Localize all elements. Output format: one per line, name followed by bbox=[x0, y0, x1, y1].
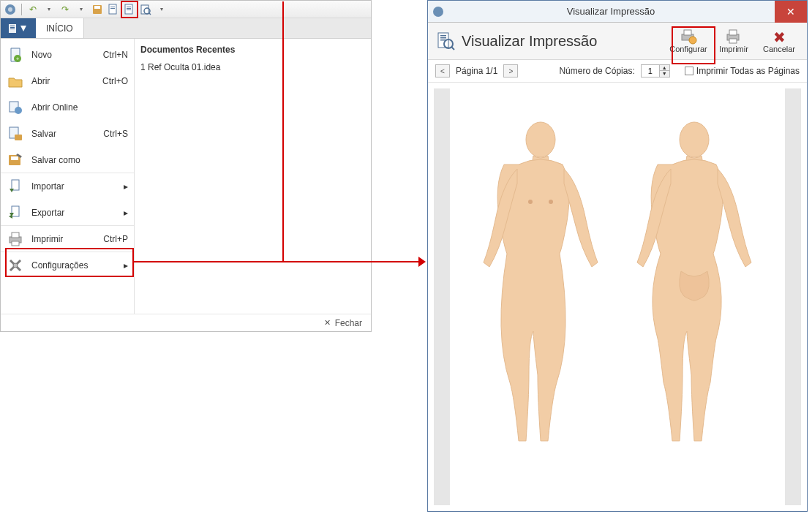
dialog-actions: Configurar Imprimir ✖ Cancelar bbox=[668, 27, 800, 55]
settings-icon bbox=[7, 257, 24, 273]
svg-point-47 bbox=[528, 200, 533, 204]
svg-point-1 bbox=[8, 7, 12, 12]
dialog-titlebar: Visualizar Impressão ✕ bbox=[428, 1, 807, 23]
menu-label: Salvar bbox=[31, 129, 56, 139]
undo-icon[interactable]: ↶ bbox=[26, 3, 40, 16]
open-online-icon bbox=[7, 99, 24, 116]
dialog-close-button[interactable]: ✕ bbox=[775, 1, 807, 23]
svg-rect-16 bbox=[10, 27, 15, 28]
menu-label: Salvar como bbox=[31, 155, 80, 165]
dialog-app-icon bbox=[432, 6, 447, 18]
body-back-figure bbox=[628, 118, 760, 461]
menu-abrir[interactable]: Abrir Ctrl+O bbox=[1, 68, 134, 94]
annotation-line bbox=[282, 1, 284, 262]
svg-rect-10 bbox=[127, 10, 131, 10]
print-all-pages-checkbox[interactable]: Imprimir Todas as Páginas bbox=[685, 66, 800, 76]
menu-label: Configurações bbox=[31, 260, 88, 271]
save-icon bbox=[7, 126, 24, 142]
spinner-up[interactable]: ▲ bbox=[659, 65, 669, 71]
action-label: Cancelar bbox=[763, 45, 795, 53]
submenu-arrow-icon: ▸ bbox=[124, 208, 128, 218]
redo-icon[interactable]: ↷ bbox=[59, 3, 72, 16]
copies-spinner[interactable]: ▲ ▼ bbox=[641, 64, 670, 78]
svg-rect-4 bbox=[109, 4, 116, 14]
svg-marker-18 bbox=[20, 26, 26, 31]
save-as-icon bbox=[7, 152, 24, 168]
svg-rect-45 bbox=[729, 39, 737, 43]
import-icon bbox=[7, 178, 24, 194]
recent-document-item[interactable]: 1 Ref Oculta 01.idea bbox=[135, 59, 371, 75]
svg-rect-15 bbox=[10, 26, 15, 26]
svg-point-46 bbox=[526, 122, 555, 157]
scroll-gutter-right bbox=[785, 88, 801, 505]
print-preview-dialog: Visualizar Impressão ✕ Visualizar Impres… bbox=[427, 0, 808, 512]
checkbox-box bbox=[685, 67, 693, 75]
action-configurar[interactable]: Configurar bbox=[668, 27, 709, 55]
menu-configuracoes[interactable]: Configurações ▸ bbox=[1, 252, 134, 279]
menu-shortcut: Ctrl+S bbox=[103, 129, 128, 139]
file-tab[interactable] bbox=[1, 18, 36, 38]
printer-icon bbox=[7, 231, 24, 247]
dialog-header-title: Visualizar Impressão bbox=[462, 33, 662, 50]
open-folder-icon bbox=[7, 73, 24, 89]
menu-exportar[interactable]: Exportar ▸ bbox=[1, 200, 134, 226]
printer-icon bbox=[725, 29, 743, 45]
undo-dropdown[interactable]: ▾ bbox=[42, 3, 56, 16]
menu-salvar-como[interactable]: Salvar como bbox=[1, 147, 134, 173]
action-cancelar[interactable]: ✖ Cancelar bbox=[759, 27, 800, 55]
svg-rect-41 bbox=[684, 30, 691, 35]
redo-dropdown[interactable]: ▾ bbox=[75, 3, 88, 16]
svg-rect-30 bbox=[12, 233, 19, 238]
svg-point-22 bbox=[15, 107, 22, 114]
checkbox-label: Imprimir Todas as Páginas bbox=[696, 66, 800, 76]
spinner-down[interactable]: ▼ bbox=[659, 71, 669, 77]
menu-salvar[interactable]: Salvar Ctrl+S bbox=[1, 121, 134, 147]
svg-rect-31 bbox=[12, 241, 19, 246]
copies-input[interactable] bbox=[642, 65, 659, 77]
action-label: Configurar bbox=[669, 45, 707, 53]
export-icon bbox=[7, 205, 24, 221]
svg-point-49 bbox=[680, 122, 709, 157]
document2-icon[interactable] bbox=[123, 3, 136, 16]
document-icon[interactable] bbox=[107, 3, 120, 16]
save-icon[interactable] bbox=[91, 3, 104, 16]
menu-importar[interactable]: Importar ▸ bbox=[1, 173, 134, 200]
quick-access-toolbar: ↶ ▾ ↷ ▾ ▾ bbox=[1, 1, 371, 18]
menu-label: Abrir Online bbox=[31, 102, 78, 113]
tab-inicio[interactable]: INÍCIO bbox=[36, 18, 84, 38]
submenu-arrow-icon: ▸ bbox=[124, 181, 128, 192]
svg-rect-27 bbox=[12, 180, 19, 190]
preview-icon bbox=[435, 31, 456, 51]
ribbon-tabstrip: INÍCIO bbox=[1, 18, 371, 39]
app-icon bbox=[4, 3, 17, 16]
page-prev-button[interactable]: < bbox=[435, 64, 450, 78]
copies-label: Número de Cópias: bbox=[559, 66, 634, 76]
menu-imprimir[interactable]: Imprimir Ctrl+P bbox=[1, 226, 134, 252]
svg-rect-35 bbox=[440, 35, 446, 37]
svg-rect-24 bbox=[15, 135, 22, 140]
menu-abrir-online[interactable]: Abrir Online bbox=[1, 94, 134, 121]
menu-footer: ✕ Fechar bbox=[1, 314, 371, 331]
svg-point-33 bbox=[433, 7, 443, 17]
preview-page bbox=[453, 88, 782, 505]
close-button[interactable]: Fechar bbox=[335, 318, 362, 328]
page-next-button[interactable]: > bbox=[503, 64, 518, 78]
svg-rect-8 bbox=[127, 7, 131, 7]
toolbar-customize[interactable]: ▾ bbox=[155, 3, 168, 16]
svg-rect-44 bbox=[729, 30, 737, 35]
preview-area bbox=[428, 83, 807, 511]
printer-settings-icon bbox=[680, 29, 697, 45]
svg-rect-9 bbox=[127, 8, 131, 9]
svg-rect-17 bbox=[10, 29, 15, 29]
svg-rect-6 bbox=[110, 8, 115, 9]
print-preview-icon[interactable] bbox=[139, 3, 152, 16]
svg-line-39 bbox=[451, 47, 454, 50]
file-menu-items: + Novo Ctrl+N Abrir Ctrl+O Abrir Online bbox=[1, 39, 135, 314]
cancel-icon: ✖ bbox=[773, 29, 786, 45]
action-imprimir[interactable]: Imprimir bbox=[713, 27, 754, 55]
dialog-controls: < Página 1/1 > Número de Cópias: ▲ ▼ Imp… bbox=[428, 60, 807, 83]
dialog-window-title: Visualizar Impressão bbox=[447, 6, 775, 17]
app-main-window: ↶ ▾ ↷ ▾ ▾ INÍCIO + Novo bbox=[0, 0, 372, 332]
page-indicator: Página 1/1 bbox=[456, 66, 497, 76]
menu-novo[interactable]: + Novo Ctrl+N bbox=[1, 42, 134, 68]
